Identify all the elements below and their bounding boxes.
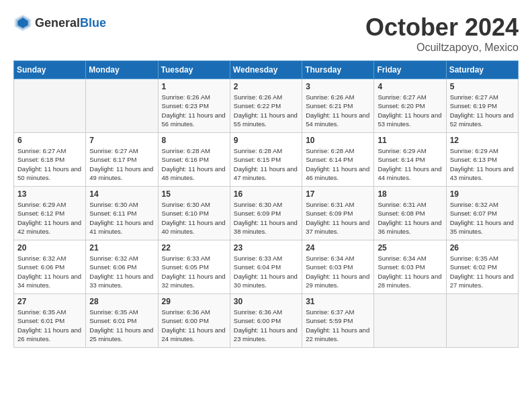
calendar-cell: 13Sunrise: 6:29 AMSunset: 6:12 PMDayligh… <box>14 187 86 240</box>
calendar-cell <box>446 294 518 348</box>
calendar-cell: 7Sunrise: 6:27 AMSunset: 6:17 PMDaylight… <box>86 133 158 187</box>
calendar-week-row: 1Sunrise: 6:26 AMSunset: 6:23 PMDaylight… <box>14 79 519 133</box>
weekday-header: Thursday <box>302 61 374 79</box>
weekday-header: Saturday <box>446 61 518 79</box>
day-number: 8 <box>162 136 226 145</box>
day-info: Sunrise: 6:31 AMSunset: 6:09 PMDaylight:… <box>306 200 370 236</box>
day-info: Sunrise: 6:35 AMSunset: 6:01 PMDaylight:… <box>17 308 82 343</box>
day-info: Sunrise: 6:32 AMSunset: 6:06 PMDaylight:… <box>17 254 82 289</box>
day-info: Sunrise: 6:35 AMSunset: 6:02 PMDaylight:… <box>450 254 515 289</box>
day-info: Sunrise: 6:34 AMSunset: 6:03 PMDaylight:… <box>306 254 370 289</box>
day-info: Sunrise: 6:32 AMSunset: 6:07 PMDaylight:… <box>450 200 515 236</box>
day-info: Sunrise: 6:29 AMSunset: 6:12 PMDaylight:… <box>17 200 82 236</box>
day-info: Sunrise: 6:29 AMSunset: 6:14 PMDaylight:… <box>378 146 442 182</box>
day-number: 10 <box>306 136 370 145</box>
day-info: Sunrise: 6:36 AMSunset: 6:00 PMDaylight:… <box>162 308 226 343</box>
day-info: Sunrise: 6:27 AMSunset: 6:18 PMDaylight:… <box>17 146 82 182</box>
weekday-header: Monday <box>86 61 158 79</box>
calendar-cell <box>14 79 86 133</box>
logo: GeneralBlue <box>13 13 106 32</box>
day-number: 27 <box>17 297 82 306</box>
day-number: 23 <box>234 243 298 253</box>
calendar-cell: 22Sunrise: 6:33 AMSunset: 6:05 PMDayligh… <box>158 240 230 294</box>
day-number: 18 <box>378 189 442 199</box>
day-info: Sunrise: 6:27 AMSunset: 6:20 PMDaylight:… <box>378 93 442 128</box>
calendar-cell: 9Sunrise: 6:28 AMSunset: 6:15 PMDaylight… <box>230 133 302 187</box>
calendar-cell: 31Sunrise: 6:37 AMSunset: 5:59 PMDayligh… <box>302 294 374 348</box>
day-number: 21 <box>89 243 154 253</box>
day-info: Sunrise: 6:30 AMSunset: 6:09 PMDaylight:… <box>234 200 298 236</box>
calendar-week-row: 6Sunrise: 6:27 AMSunset: 6:18 PMDaylight… <box>14 133 519 187</box>
calendar-week-row: 27Sunrise: 6:35 AMSunset: 6:01 PMDayligh… <box>14 294 519 348</box>
day-info: Sunrise: 6:33 AMSunset: 6:04 PMDaylight:… <box>234 254 298 289</box>
day-number: 20 <box>17 243 82 253</box>
logo-general: General <box>35 16 80 30</box>
day-info: Sunrise: 6:26 AMSunset: 6:21 PMDaylight:… <box>306 93 370 128</box>
calendar-week-row: 20Sunrise: 6:32 AMSunset: 6:06 PMDayligh… <box>14 240 519 294</box>
day-number: 1 <box>162 82 226 91</box>
day-number: 26 <box>450 243 515 253</box>
day-number: 14 <box>89 189 154 199</box>
day-info: Sunrise: 6:37 AMSunset: 5:59 PMDaylight:… <box>306 308 370 343</box>
calendar-cell: 20Sunrise: 6:32 AMSunset: 6:06 PMDayligh… <box>14 240 86 294</box>
calendar-cell: 21Sunrise: 6:32 AMSunset: 6:06 PMDayligh… <box>86 240 158 294</box>
day-info: Sunrise: 6:31 AMSunset: 6:08 PMDaylight:… <box>378 200 442 236</box>
calendar-cell: 4Sunrise: 6:27 AMSunset: 6:20 PMDaylight… <box>374 79 446 133</box>
weekday-header: Wednesday <box>230 61 302 79</box>
day-number: 17 <box>306 189 370 199</box>
day-info: Sunrise: 6:30 AMSunset: 6:11 PMDaylight:… <box>89 200 154 236</box>
calendar-cell: 28Sunrise: 6:35 AMSunset: 6:01 PMDayligh… <box>86 294 158 348</box>
day-number: 9 <box>234 136 298 145</box>
title-block: October 2024 Ocuiltzapoyo, Mexico <box>365 13 519 54</box>
day-number: 25 <box>378 243 442 253</box>
calendar-cell: 19Sunrise: 6:32 AMSunset: 6:07 PMDayligh… <box>446 187 518 240</box>
calendar-cell <box>374 294 446 348</box>
generalblue-logo-icon <box>13 13 32 32</box>
calendar-cell: 18Sunrise: 6:31 AMSunset: 6:08 PMDayligh… <box>374 187 446 240</box>
header: GeneralBlue October 2024 Ocuiltzapoyo, M… <box>13 13 519 54</box>
calendar-cell: 27Sunrise: 6:35 AMSunset: 6:01 PMDayligh… <box>14 294 86 348</box>
day-number: 28 <box>89 297 154 306</box>
calendar-cell: 11Sunrise: 6:29 AMSunset: 6:14 PMDayligh… <box>374 133 446 187</box>
day-number: 2 <box>234 82 298 91</box>
day-number: 22 <box>162 243 226 253</box>
day-info: Sunrise: 6:28 AMSunset: 6:16 PMDaylight:… <box>162 146 226 182</box>
month-title: October 2024 <box>365 13 519 42</box>
calendar-week-row: 13Sunrise: 6:29 AMSunset: 6:12 PMDayligh… <box>14 187 519 240</box>
calendar-cell: 25Sunrise: 6:34 AMSunset: 6:03 PMDayligh… <box>374 240 446 294</box>
day-number: 7 <box>89 136 154 145</box>
day-info: Sunrise: 6:27 AMSunset: 6:19 PMDaylight:… <box>450 93 515 128</box>
calendar-cell <box>86 79 158 133</box>
location-title: Ocuiltzapoyo, Mexico <box>365 42 519 54</box>
calendar-cell: 16Sunrise: 6:30 AMSunset: 6:09 PMDayligh… <box>230 187 302 240</box>
calendar-cell: 29Sunrise: 6:36 AMSunset: 6:00 PMDayligh… <box>158 294 230 348</box>
day-info: Sunrise: 6:27 AMSunset: 6:17 PMDaylight:… <box>89 146 154 182</box>
day-info: Sunrise: 6:28 AMSunset: 6:14 PMDaylight:… <box>306 146 370 182</box>
calendar-cell: 1Sunrise: 6:26 AMSunset: 6:23 PMDaylight… <box>158 79 230 133</box>
day-number: 31 <box>306 297 370 306</box>
day-info: Sunrise: 6:33 AMSunset: 6:05 PMDaylight:… <box>162 254 226 289</box>
calendar-cell: 10Sunrise: 6:28 AMSunset: 6:14 PMDayligh… <box>302 133 374 187</box>
calendar-cell: 3Sunrise: 6:26 AMSunset: 6:21 PMDaylight… <box>302 79 374 133</box>
day-number: 19 <box>450 189 515 199</box>
day-number: 6 <box>17 136 82 145</box>
day-info: Sunrise: 6:29 AMSunset: 6:13 PMDaylight:… <box>450 146 515 182</box>
day-info: Sunrise: 6:28 AMSunset: 6:15 PMDaylight:… <box>234 146 298 182</box>
day-info: Sunrise: 6:35 AMSunset: 6:01 PMDaylight:… <box>89 308 154 343</box>
logo-blue: Blue <box>80 16 106 30</box>
day-number: 15 <box>162 189 226 199</box>
day-number: 24 <box>306 243 370 253</box>
day-number: 5 <box>450 82 515 91</box>
weekday-header: Tuesday <box>158 61 230 79</box>
calendar-cell: 30Sunrise: 6:36 AMSunset: 6:00 PMDayligh… <box>230 294 302 348</box>
weekday-header: Friday <box>374 61 446 79</box>
day-info: Sunrise: 6:26 AMSunset: 6:23 PMDaylight:… <box>162 93 226 128</box>
calendar-cell: 23Sunrise: 6:33 AMSunset: 6:04 PMDayligh… <box>230 240 302 294</box>
day-number: 13 <box>17 189 82 199</box>
calendar-cell: 26Sunrise: 6:35 AMSunset: 6:02 PMDayligh… <box>446 240 518 294</box>
day-number: 29 <box>162 297 226 306</box>
day-info: Sunrise: 6:32 AMSunset: 6:06 PMDaylight:… <box>89 254 154 289</box>
calendar-cell: 12Sunrise: 6:29 AMSunset: 6:13 PMDayligh… <box>446 133 518 187</box>
weekday-header: Sunday <box>14 61 86 79</box>
calendar-cell: 14Sunrise: 6:30 AMSunset: 6:11 PMDayligh… <box>86 187 158 240</box>
